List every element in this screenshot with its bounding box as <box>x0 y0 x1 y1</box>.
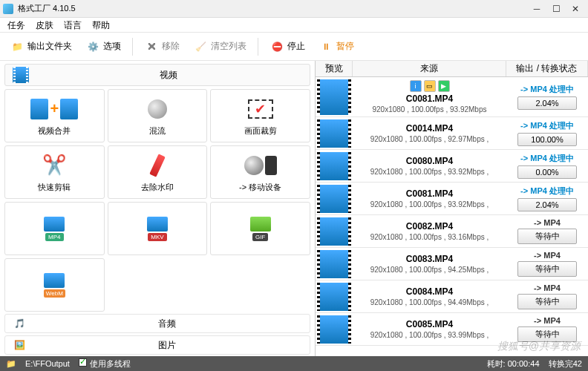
file-list: i▭▶C0081.MP4920x1080 , 100.00fps , 93.92… <box>316 77 588 356</box>
folder-icon: 📁 <box>6 359 16 369</box>
right-panel: 预览 来源 输出 / 转换状态 i▭▶C0081.MP4920x1080 , 1… <box>316 61 588 356</box>
tile-gif[interactable]: GIF <box>210 202 310 255</box>
pause-icon: ⏸ <box>318 39 333 54</box>
multithread-checkbox[interactable]: 使用多线程 <box>79 358 131 370</box>
film-icon <box>13 67 29 83</box>
webm-icon: WebM <box>44 272 65 298</box>
file-row[interactable]: C0085.MP4920x1080 , 100.00fps , 93.99Mbp… <box>316 313 588 346</box>
tile-crop[interactable]: ✔画面裁剪 <box>210 89 310 142</box>
thumbnail <box>317 315 351 344</box>
tile-cut[interactable]: ✂️快速剪辑 <box>4 145 105 199</box>
file-row[interactable]: C0081.MP4920x1080 , 100.00fps , 93.92Mbp… <box>316 183 588 215</box>
file-row[interactable]: C0080.MP4920x1080 , 100.00fps , 93.92Mbp… <box>316 150 588 183</box>
remove-icon: 🗙 <box>144 39 159 54</box>
category-audio[interactable]: 🎵 音频 <box>4 314 310 333</box>
tile-mux[interactable]: 混流 <box>108 89 208 142</box>
cut-icon: ✂️ <box>42 152 66 179</box>
col-preview[interactable]: 预览 <box>316 61 353 76</box>
progress-button[interactable]: 100.00% <box>517 133 577 146</box>
menu-skin[interactable]: 皮肤 <box>36 19 53 30</box>
minimize-button[interactable]: ─ <box>527 4 546 14</box>
file-row[interactable]: C0084.MP4920x1080 , 100.00fps , 94.49Mbp… <box>316 280 588 313</box>
stop-button[interactable]: ⛔ 停止 <box>264 36 310 57</box>
source-cell: C0014.MP4920x1080 , 100.00fps , 92.97Mbp… <box>353 117 506 149</box>
source-cell: i▭▶C0081.MP4920x1080 , 100.00fps , 93.92… <box>353 77 506 116</box>
progress-button[interactable]: 等待中 <box>517 326 577 342</box>
gear-icon: ⚙️ <box>85 39 100 54</box>
progress-button[interactable]: 等待中 <box>517 229 577 244</box>
thumbnail <box>317 283 351 311</box>
progress-button[interactable]: 等待中 <box>517 294 577 309</box>
source-cell: C0085.MP4920x1080 , 100.00fps , 93.99Mbp… <box>353 313 506 345</box>
menubar: 任务 皮肤 语言 帮助 <box>0 18 588 33</box>
progress-button[interactable]: 等待中 <box>517 261 577 277</box>
info-icon[interactable]: i <box>410 80 422 92</box>
pause-button[interactable]: ⏸ 暂停 <box>313 36 359 57</box>
crop-icon: ✔ <box>248 96 273 122</box>
source-cell: C0084.MP4920x1080 , 100.00fps , 94.49Mbp… <box>353 280 506 312</box>
tile-mp4[interactable]: MP4 <box>4 202 105 255</box>
source-cell: C0082.MP4920x1080 , 100.00fps , 93.16Mbp… <box>353 215 506 247</box>
file-row[interactable]: C0082.MP4920x1080 , 100.00fps , 93.16Mbp… <box>316 215 588 248</box>
video-tools-grid: +视频合并混流✔画面裁剪✂️快速剪辑去除水印-> 移动设备MP4MKVGIFWe… <box>0 89 315 312</box>
thumbnail <box>317 152 351 180</box>
output-path[interactable]: E:\FFOutput <box>25 359 70 368</box>
mkv-icon: MKV <box>147 215 168 242</box>
separator <box>132 38 133 56</box>
mobile-icon <box>244 152 277 179</box>
tile-mobile[interactable]: -> 移动设备 <box>210 145 310 199</box>
folder-icon: 📁 <box>10 39 24 54</box>
thumbnail <box>317 119 351 148</box>
thumbnail <box>317 185 351 213</box>
merge-icon: + <box>30 96 78 122</box>
tile-mkv[interactable]: MKV <box>108 202 208 255</box>
menu-task[interactable]: 任务 <box>7 19 25 30</box>
app-icon <box>3 4 13 14</box>
col-status[interactable]: 输出 / 转换状态 <box>506 61 588 76</box>
main-area: 视频 +视频合并混流✔画面裁剪✂️快速剪辑去除水印-> 移动设备MP4MKVGI… <box>0 61 588 356</box>
close-button[interactable]: ✕ <box>566 4 585 14</box>
status-cell: -> MP4 处理中2.04% <box>506 183 588 214</box>
file-row[interactable]: i▭▶C0081.MP4920x1080 , 100.00fps , 93.92… <box>316 77 588 117</box>
clear-icon: 🧹 <box>193 39 208 54</box>
statusbar: 📁 E:\FFOutput 使用多线程 耗时: 00:00:44 转换完42 <box>0 356 588 371</box>
separator <box>258 38 258 56</box>
elapsed-time: 耗时: 00:00:44 <box>487 359 540 368</box>
source-cell: C0081.MP4920x1080 , 100.00fps , 93.92Mbp… <box>353 183 506 214</box>
menu-help[interactable]: 帮助 <box>92 19 110 30</box>
category-picture[interactable]: 🖼️ 图片 <box>4 335 310 355</box>
file-row[interactable]: C0083.MP4920x1080 , 100.00fps , 94.25Mbp… <box>316 248 588 280</box>
titlebar: 格式工厂 4.10.5 ─ ☐ ✕ <box>0 0 588 18</box>
picture-icon: 🖼️ <box>13 338 26 352</box>
thumbnail <box>317 79 351 115</box>
maximize-button[interactable]: ☐ <box>546 4 566 14</box>
mux-icon <box>148 96 167 122</box>
music-icon: 🎵 <box>13 317 26 330</box>
tile-webm[interactable]: WebM <box>4 258 105 312</box>
done-count: 转换完42 <box>549 359 582 368</box>
col-source[interactable]: 来源 <box>353 61 506 76</box>
progress-button[interactable]: 2.04% <box>517 96 577 110</box>
file-row[interactable]: C0014.MP4920x1080 , 100.00fps , 92.97Mbp… <box>316 117 588 150</box>
gif-icon: GIF <box>250 215 271 242</box>
tile-merge[interactable]: +视频合并 <box>4 89 105 142</box>
output-folder-button[interactable]: 📁 输出文件夹 <box>4 36 77 57</box>
progress-button[interactable]: 2.04% <box>517 198 577 211</box>
stop-icon: ⛔ <box>270 39 284 54</box>
remove-button[interactable]: 🗙 移除 <box>139 36 185 57</box>
status-cell: -> MP4等待中 <box>506 215 588 247</box>
progress-button[interactable]: 0.00% <box>517 165 577 179</box>
menu-language[interactable]: 语言 <box>64 19 82 30</box>
options-button[interactable]: ⚙️ 选项 <box>80 36 126 57</box>
status-cell: -> MP4等待中 <box>506 280 588 312</box>
play-icon[interactable]: ▶ <box>438 80 450 92</box>
source-cell: C0083.MP4920x1080 , 100.00fps , 94.25Mbp… <box>353 248 506 280</box>
eraser-icon <box>154 152 161 179</box>
thumbnail <box>317 217 351 246</box>
mp4-icon: MP4 <box>44 215 65 242</box>
folder-icon[interactable]: ▭ <box>424 80 436 92</box>
category-video[interactable]: 视频 <box>4 64 310 86</box>
status-cell: -> MP4等待中 <box>506 313 588 345</box>
tile-eraser[interactable]: 去除水印 <box>108 145 208 199</box>
clear-list-button[interactable]: 🧹 清空列表 <box>188 36 252 57</box>
